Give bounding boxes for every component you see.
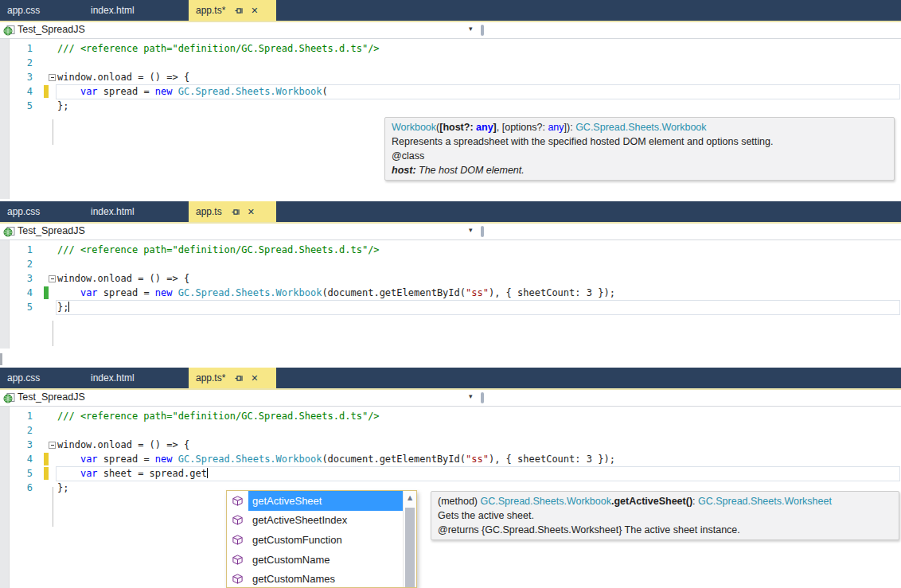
code-segment: var [80, 287, 98, 298]
tab-bar: app.cssindex.htmlapp.ts✕ [0, 201, 901, 224]
project-dropdown[interactable]: Test_SpreadJS▾ [0, 22, 483, 38]
collapse-toggle[interactable] [49, 275, 56, 282]
line-number: 1 [0, 409, 33, 423]
code-text: var spread = new GC.Spread.Sheets.Workbo… [57, 286, 615, 300]
code-line: 2 [0, 56, 901, 70]
close-icon[interactable]: ✕ [251, 6, 258, 15]
intellisense-scrollbar[interactable]: ▲ [403, 491, 416, 587]
navigation-bar: Test_SpreadJS▾ [0, 390, 901, 407]
tooltip-segment: GC.Spread.Sheets.Workbook [481, 496, 611, 507]
code-line: 4 var spread = new GC.Spread.Sheets.Work… [0, 286, 901, 300]
code-segment: ( [322, 86, 327, 97]
code-line: 4 var spread = new GC.Spread.Sheets.Work… [0, 84, 901, 99]
code-segment: new [155, 454, 173, 465]
navigation-bar: Test_SpreadJS▾ [0, 22, 901, 39]
dropdown-arrow-icon[interactable]: ▾ [469, 25, 473, 33]
intellisense-item[interactable]: getActiveSheetIndex [227, 511, 416, 531]
tab-label: app.ts* [196, 5, 225, 16]
method-icon [227, 511, 248, 531]
code-segment: GC.Spread.Sheets.Workbook [178, 454, 322, 465]
tooltip-line: Gets the active sheet. [438, 508, 892, 523]
tab-app-ts[interactable]: app.ts*✕ [189, 0, 276, 21]
current-line-highlight [56, 300, 900, 315]
intellisense-item[interactable]: getActiveSheet [227, 491, 416, 511]
tab-app-css[interactable]: app.css [0, 0, 84, 21]
code-text: /// <reference path="definition/GC.Sprea… [57, 41, 380, 56]
member-dropdown[interactable] [484, 390, 901, 406]
code-segment: spread = [98, 287, 155, 298]
scrollbar-thumb[interactable] [405, 508, 415, 587]
intellisense-item[interactable]: getCustomNames [227, 569, 416, 588]
outline-guide [53, 119, 53, 145]
tooltip-segment: GC.Spread.Sheets.Worksheet [698, 496, 832, 507]
change-indicator [44, 286, 49, 299]
tooltip-segment: GC.Spread.Sheets.Workbook [575, 122, 706, 133]
code-segment: var [80, 86, 98, 97]
intellisense-item-label: getCustomFunction [248, 530, 403, 550]
tab-app-css[interactable]: app.css [0, 368, 84, 388]
dropdown-arrow-icon[interactable]: ▾ [469, 392, 473, 400]
pin-icon[interactable] [232, 208, 240, 216]
close-icon[interactable]: ✕ [251, 374, 258, 383]
method-icon [227, 491, 248, 511]
code-text: window.onload = () => { [57, 70, 189, 84]
project-dropdown[interactable]: Test_SpreadJS▾ [0, 224, 483, 239]
dropdown-arrow-icon[interactable]: ▾ [469, 226, 473, 234]
tooltip-segment: host: [392, 165, 416, 176]
intellisense-item[interactable]: getCustomName [227, 550, 416, 570]
tooltip-segment: Workbook [392, 122, 436, 133]
code-segment: window.onload = () => { [57, 439, 189, 450]
tab-index-html[interactable]: index.html [84, 368, 189, 388]
close-icon[interactable]: ✕ [248, 208, 255, 216]
code-line: 1/// <reference path="definition/GC.Spre… [0, 409, 901, 423]
text-caret [207, 468, 208, 478]
navigation-bar: Test_SpreadJS▾ [0, 224, 901, 240]
line-number: 5 [0, 300, 33, 314]
intellisense-item[interactable]: getCustomFunction [227, 530, 416, 550]
tab-index-html[interactable]: index.html [84, 201, 189, 222]
code-segment: (document.getElementById( [322, 454, 466, 465]
editor-panel-3: app.cssindex.htmlapp.ts*✕Test_SpreadJS▾1… [0, 368, 901, 588]
intellisense-item-label: getCustomNames [248, 569, 403, 588]
tooltip-segment: @class [392, 150, 424, 162]
tooltip-segment: The host DOM element. [416, 165, 525, 176]
pin-icon[interactable] [235, 374, 244, 383]
code-segment: sheet = spread.get [98, 468, 207, 479]
member-dropdown[interactable] [484, 224, 901, 239]
code-segment: new [155, 287, 173, 298]
tab-app-css[interactable]: app.css [0, 201, 84, 222]
code-line: 1/// <reference path="definition/GC.Spre… [0, 41, 901, 56]
tab-label: app.ts* [196, 372, 225, 384]
scroll-up-icon[interactable]: ▲ [404, 491, 416, 501]
collapse-toggle[interactable] [49, 74, 56, 81]
method-icon [227, 530, 248, 550]
code-segment [173, 454, 178, 465]
code-segment [57, 454, 80, 465]
code-segment: "ss" [466, 287, 489, 298]
tooltip-line: Represents a spreadsheet with the specif… [392, 134, 887, 149]
caret-artifact [0, 353, 2, 365]
member-dropdown[interactable] [484, 22, 901, 38]
code-segment: "ss" [466, 454, 489, 465]
intellisense-popup: getActiveSheetgetActiveSheetIndexgetCust… [226, 490, 417, 588]
tab-index-html[interactable]: index.html [84, 0, 189, 21]
collapse-toggle[interactable] [49, 442, 56, 449]
project-icon [3, 392, 15, 407]
pin-icon[interactable] [235, 6, 244, 15]
editor-panel-2: app.cssindex.htmlapp.ts✕Test_SpreadJS▾1/… [0, 201, 901, 368]
tab-app-ts[interactable]: app.ts✕ [189, 201, 276, 222]
project-dropdown[interactable]: Test_SpreadJS▾ [0, 390, 483, 406]
code-line: 3window.onload = () => { [0, 271, 901, 286]
tab-app-ts[interactable]: app.ts*✕ [189, 368, 276, 388]
change-indicator [44, 467, 49, 480]
text-caret [68, 302, 69, 312]
outline-guide [53, 487, 53, 527]
code-segment [57, 468, 80, 479]
code-segment [57, 86, 80, 97]
code-editor[interactable]: 1/// <reference path="definition/GC.Spre… [0, 240, 901, 368]
code-segment: ), { sheetCount: 3 }); [489, 287, 615, 298]
code-segment: var [80, 468, 98, 479]
tooltip-line: (method) GC.Spread.Sheets.Workbook.getAc… [438, 494, 892, 508]
intellisense-item-label: getCustomName [248, 550, 403, 570]
line-number: 4 [0, 84, 33, 99]
